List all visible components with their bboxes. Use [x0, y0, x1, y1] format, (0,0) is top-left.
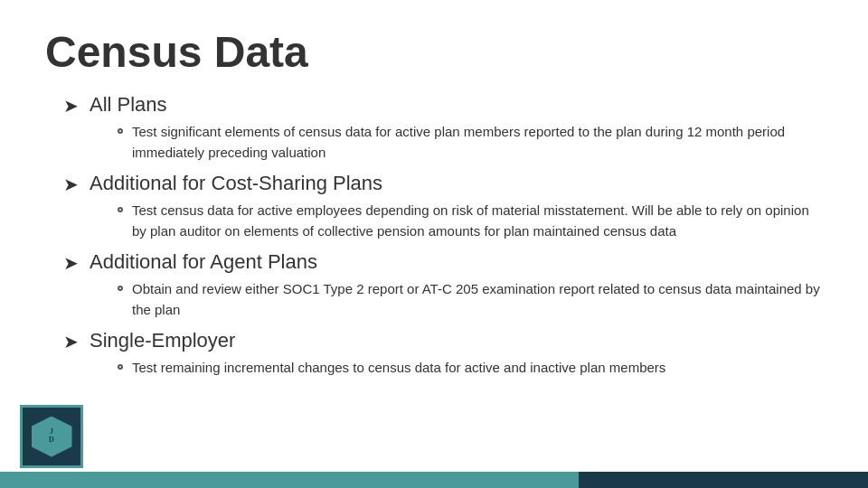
agent-plans-label: Additional for Agent Plans — [90, 250, 317, 274]
cost-sharing-label: Additional for Cost-Sharing Plans — [90, 172, 382, 195]
slide: Census Data ➤ All Plans Test significant… — [0, 0, 868, 488]
all-plans-sub1-text: Test significant elements of census data… — [132, 122, 823, 163]
single-employer-sub1-text: Test remaining incremental changes to ce… — [132, 358, 665, 379]
cost-sharing-subitem-1: Test census data for active employees de… — [118, 201, 823, 241]
bullet-arrow-icon-2: ➤ — [63, 174, 79, 195]
cost-sharing-sub1-text: Test census data for active employees de… — [132, 201, 823, 241]
bullet-single-employer: ➤ Single-Employer — [63, 329, 823, 352]
logo: JD — [20, 405, 83, 468]
single-employer-subitem-1: Test remaining incremental changes to ce… — [118, 358, 823, 379]
bullet-arrow-icon-3: ➤ — [63, 252, 79, 274]
sub-bullet-circle-icon-2 — [118, 207, 123, 212]
bottom-decorative-bar — [0, 472, 868, 488]
page-title: Census Data — [45, 27, 823, 77]
bullet-agent-plans: ➤ Additional for Agent Plans — [63, 250, 823, 274]
section-agent-plans: ➤ Additional for Agent Plans Obtain and … — [63, 250, 823, 320]
agent-plans-subitem-1: Obtain and review either SOC1 Type 2 rep… — [118, 279, 823, 320]
section-cost-sharing: ➤ Additional for Cost-Sharing Plans Test… — [63, 172, 823, 241]
sub-bullet-circle-icon-4 — [118, 364, 123, 370]
bar-dark — [579, 472, 868, 488]
all-plans-label: All Plans — [90, 93, 167, 117]
sub-bullet-circle-icon — [118, 128, 123, 134]
section-single-employer: ➤ Single-Employer Test remaining increme… — [63, 329, 823, 379]
all-plans-subitem-1: Test significant elements of census data… — [118, 122, 823, 163]
logo-inner: JD — [32, 417, 72, 457]
bullet-all-plans: ➤ All Plans — [63, 93, 823, 117]
agent-plans-sub1-text: Obtain and review either SOC1 Type 2 rep… — [132, 279, 823, 320]
bullet-cost-sharing: ➤ Additional for Cost-Sharing Plans — [63, 172, 823, 195]
single-employer-label: Single-Employer — [90, 329, 235, 352]
logo-text: JD — [49, 428, 54, 445]
bullet-arrow-icon-4: ➤ — [63, 331, 79, 352]
bar-teal — [0, 472, 579, 488]
section-all-plans: ➤ All Plans Test significant elements of… — [63, 93, 823, 163]
sub-bullet-circle-icon-3 — [118, 286, 123, 291]
bullet-arrow-icon: ➤ — [63, 95, 79, 117]
content-area: ➤ All Plans Test significant elements of… — [45, 93, 823, 379]
